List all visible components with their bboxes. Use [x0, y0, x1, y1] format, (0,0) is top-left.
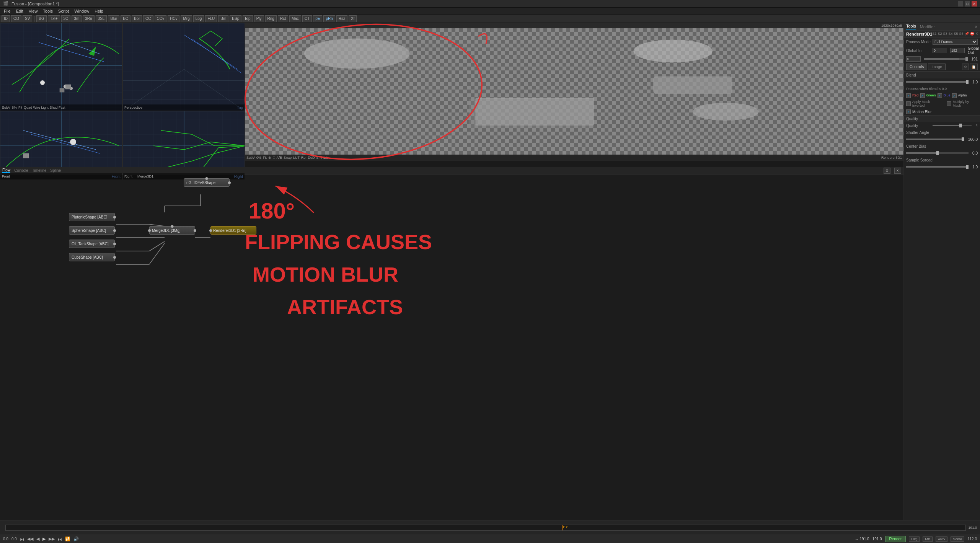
some-btn[interactable]: Some: [951, 536, 964, 542]
node-merge3d1[interactable]: Merge3D1 [3Mg]: [149, 226, 195, 235]
global-in-input[interactable]: [933, 48, 947, 53]
toolbar-cc[interactable]: CC: [143, 15, 153, 22]
aprx-btn[interactable]: APrx: [936, 536, 948, 542]
node-nglidevshape[interactable]: nGLIDEvSShape: [184, 178, 230, 187]
toolbar-txt[interactable]: Txt+: [48, 15, 60, 22]
status-step-fwd[interactable]: ▶▶: [49, 536, 55, 541]
toolbar-sv[interactable]: SV: [23, 15, 32, 22]
image-tab-btn[interactable]: Image: [928, 64, 946, 70]
node-sphereshape[interactable]: SphereShape [ABC]: [69, 226, 115, 235]
mb-btn[interactable]: MB: [923, 536, 933, 542]
node-platonic-right-dot[interactable]: [113, 216, 116, 219]
node-cubeshape[interactable]: CubeShape [ABC]: [69, 253, 115, 261]
checkbox-motion-blur[interactable]: [906, 109, 911, 114]
toolbar-rct[interactable]: Rct: [278, 15, 288, 22]
viewport-tl[interactable]: SubV 6% Fit Quad Wire Light Shad Fast: [0, 23, 122, 111]
minimize-button[interactable]: ─: [958, 1, 963, 7]
toolbar-bsp[interactable]: BSp: [230, 15, 241, 22]
node-tab-timeline[interactable]: Timeline: [32, 168, 46, 173]
menu-edit[interactable]: Edit: [14, 8, 26, 15]
node-merge3d1-top-dot[interactable]: [171, 225, 174, 228]
render-button[interactable]: Render: [885, 536, 906, 542]
node-renderer3d1[interactable]: Renderer3D1 [3Rn]: [210, 226, 256, 235]
toolbar-bg[interactable]: BG: [36, 15, 46, 22]
toolbar-mac[interactable]: Mac: [289, 15, 301, 22]
menu-help[interactable]: Help: [92, 8, 106, 15]
status-play-rev[interactable]: ◀◀: [27, 536, 33, 541]
status-rewind[interactable]: ⏮: [20, 537, 24, 541]
process-mode-select[interactable]: Full Frames: [933, 39, 978, 45]
toolbar-flu[interactable]: FLU: [205, 15, 217, 22]
global-out2-input[interactable]: [906, 56, 921, 62]
panel-close[interactable]: ✕: [975, 25, 978, 29]
node-settings-btn[interactable]: ⚙: [884, 168, 890, 174]
node-oiltank-right-dot[interactable]: [113, 243, 116, 245]
toolbar-log[interactable]: Log: [193, 15, 204, 22]
toolbar-ccv[interactable]: CCv: [155, 15, 166, 22]
toolbar-prn[interactable]: pRn: [323, 15, 335, 22]
maximize-button[interactable]: □: [965, 1, 970, 7]
node-oiltankshape[interactable]: Oil_TankShape [ABC]: [69, 240, 115, 248]
checkbox-apply-mask-inverted[interactable]: [906, 101, 911, 106]
hiq-btn[interactable]: HIQ: [909, 536, 920, 542]
menu-script[interactable]: Script: [56, 8, 71, 15]
controls-tab-btn[interactable]: Controls: [906, 64, 927, 70]
toolbar-3rn[interactable]: 3Rn: [83, 15, 94, 22]
toolbar-ct[interactable]: CT: [302, 15, 312, 22]
toolbar-xf[interactable]: Xf: [349, 15, 357, 22]
node-nglidevshape-top-dot[interactable]: [205, 177, 208, 180]
checkbox-red[interactable]: [906, 93, 911, 98]
toolbar-3m[interactable]: 3m: [72, 15, 82, 22]
node-renderer3d1-left-dot[interactable]: [209, 229, 212, 232]
global-out-input[interactable]: [950, 48, 965, 53]
toolbar-blur[interactable]: Blur: [108, 15, 119, 22]
status-sound[interactable]: 🔊: [73, 536, 79, 541]
annotation-arrow: [276, 186, 314, 213]
checkbox-multiply-mask[interactable]: [947, 101, 951, 106]
close-button[interactable]: ✕: [972, 1, 977, 7]
status-step-back[interactable]: ◀: [36, 536, 39, 541]
toolbar-boi[interactable]: BoI: [132, 15, 142, 22]
toolbar-bm[interactable]: Bm: [218, 15, 228, 22]
label-red: Red: [912, 93, 919, 98]
node-cube-right-dot[interactable]: [113, 256, 116, 259]
menu-view[interactable]: View: [26, 8, 40, 15]
toolbar-hcv[interactable]: HCv: [168, 15, 179, 22]
node-connections-svg: [0, 174, 903, 520]
toolbar-3sl[interactable]: 3SL: [96, 15, 107, 22]
toolbar-id[interactable]: ID: [2, 15, 10, 22]
toolbar-ply[interactable]: Ply: [254, 15, 264, 22]
node-merge3d1-right-dot[interactable]: [194, 229, 196, 232]
checkbox-green[interactable]: [920, 93, 925, 98]
menu-file[interactable]: File: [2, 8, 13, 15]
node-tab-flow[interactable]: Flow: [2, 168, 10, 173]
node-collapse-btn[interactable]: ✕: [894, 168, 901, 174]
icon-btn1[interactable]: ⚙: [962, 64, 969, 70]
viewport-tr[interactable]: Top Perspective: [122, 23, 245, 111]
toolbar-mrg[interactable]: Mrg: [181, 15, 192, 22]
node-tab-console[interactable]: Console: [14, 168, 28, 173]
checkbox-alpha[interactable]: [952, 93, 957, 98]
status-play-fwd[interactable]: ▶: [42, 536, 46, 541]
menu-tools[interactable]: Tools: [41, 8, 55, 15]
toolbar-bc[interactable]: BC: [121, 15, 130, 22]
node-tab-spline[interactable]: Spline: [50, 168, 61, 173]
toolbar-od[interactable]: OD: [11, 15, 21, 22]
icon-btn2[interactable]: 📋: [970, 64, 978, 70]
timeline-track[interactable]: 112: [5, 525, 966, 531]
toolbar-elp[interactable]: Elp: [243, 15, 253, 22]
status-loop[interactable]: 🔁: [65, 536, 70, 541]
status-end[interactable]: ⏭: [58, 537, 62, 541]
node-merge3d1-left-dot[interactable]: [148, 229, 151, 232]
tools-tab[interactable]: Tools: [906, 24, 916, 29]
menu-window[interactable]: Window: [72, 8, 91, 15]
node-platonicshape[interactable]: PlatonicShape [ABC]: [69, 213, 115, 221]
checkbox-blue[interactable]: [938, 93, 942, 98]
toolbar-3c[interactable]: 3C: [61, 15, 71, 22]
node-sphere-right-dot[interactable]: [113, 229, 116, 232]
toolbar-rng[interactable]: Rng: [265, 15, 277, 22]
toolbar-pe[interactable]: pE: [313, 15, 322, 22]
toolbar-rsz[interactable]: Rsz: [336, 15, 347, 22]
node-nglidevshape-right-dot[interactable]: [228, 181, 231, 184]
modifier-tab[interactable]: Modifier: [920, 24, 935, 29]
